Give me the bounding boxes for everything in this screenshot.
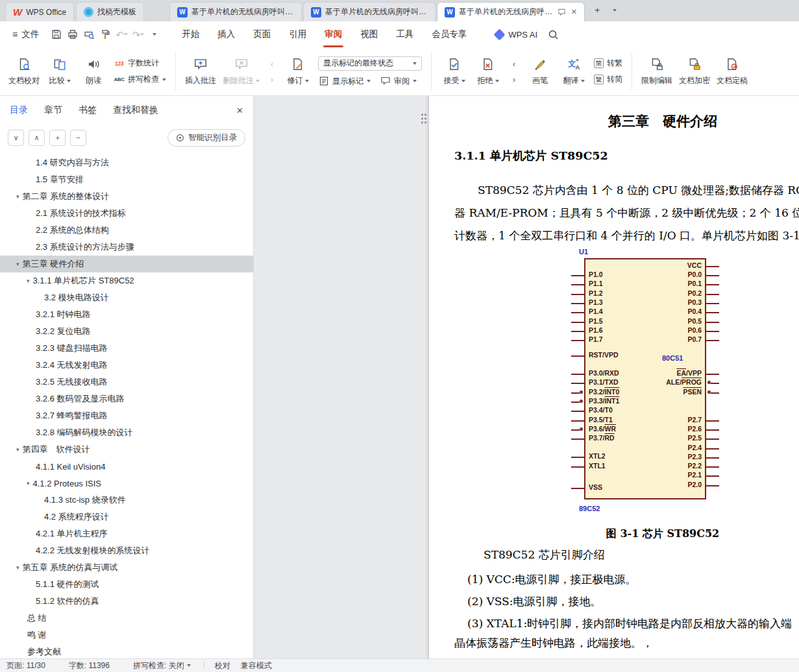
collapse-arrow-icon[interactable]: ▾ bbox=[16, 446, 19, 453]
outline-item[interactable]: 2.3 系统设计的方法与步骤 bbox=[0, 239, 253, 256]
zoom-in-outline-button[interactable]: ＋ bbox=[49, 130, 66, 146]
close-tab-icon[interactable]: ✕ bbox=[571, 8, 577, 16]
document-tab[interactable]: W基于单片机的无线病房呼叫系...✕ bbox=[437, 2, 585, 21]
read-aloud-button[interactable]: 朗读 bbox=[77, 51, 110, 92]
document-tab[interactable]: W基于单片机的无线病房呼叫系统设计 bbox=[303, 2, 436, 21]
tab-list-dropdown[interactable] bbox=[606, 2, 623, 19]
print-preview-button[interactable] bbox=[81, 26, 97, 43]
collapse-arrow-icon[interactable]: ▾ bbox=[16, 193, 19, 200]
collapse-arrow-icon[interactable]: ▾ bbox=[16, 564, 19, 571]
chip-figure[interactable]: U1 80C51 P1.0P1.1P1.2P1.3P1.4P1.5P1.6P1.… bbox=[570, 246, 723, 519]
outline-item[interactable]: 参考文献 bbox=[0, 643, 253, 658]
menu-item-页面[interactable]: 页面 bbox=[244, 21, 280, 47]
word-count-button[interactable]: 123 字数统计 bbox=[114, 58, 166, 69]
outline-item[interactable]: 3.2.5 无线接收电路 bbox=[0, 374, 253, 390]
spellcheck-indicator[interactable]: 拼写检查: 关闭 bbox=[133, 660, 191, 671]
outline-item[interactable]: 3.2.6 数码管及显示电路 bbox=[0, 390, 253, 407]
file-menu-button[interactable]: ≡ 文件 bbox=[6, 29, 45, 40]
smart-toc-button[interactable]: 智能识别目录 bbox=[167, 129, 245, 147]
outline-item[interactable]: 3.2.3 键盘扫描电路 bbox=[0, 340, 253, 357]
to-traditional-button[interactable]: 简 转繁 bbox=[594, 58, 622, 69]
wps-office-tab[interactable]: W WPS Office bbox=[5, 2, 74, 21]
outline-item[interactable]: ▾第三章 硬件介绍 bbox=[0, 256, 253, 272]
outline-item[interactable]: 总 结 bbox=[0, 610, 253, 627]
delete-comment-button[interactable]: 删除批注 bbox=[219, 51, 263, 92]
document-tab[interactable]: W基于单片机的无线病房呼叫系统设计 bbox=[169, 2, 302, 21]
previous-revision-button[interactable]: ‹ bbox=[507, 57, 521, 70]
outline-item[interactable]: 1.4 研究内容与方法 bbox=[0, 154, 253, 171]
save-button[interactable] bbox=[49, 26, 64, 43]
document-page[interactable]: 第三章 硬件介绍 3.1.1 单片机芯片 ST89C52 ST89C52 芯片内… bbox=[429, 96, 799, 658]
outline-item[interactable]: 5.1.2 软件的仿真 bbox=[0, 593, 253, 610]
show-markup-button[interactable]: 显示标记 bbox=[318, 76, 371, 87]
outline-item[interactable]: 4.2.2 无线发射模块的系统设计 bbox=[0, 542, 253, 559]
review-pane-button[interactable]: 审阅 bbox=[380, 76, 417, 87]
outline-item[interactable]: 4.1.3 stc-isp 烧录软件 bbox=[0, 492, 253, 509]
markup-state-combobox[interactable]: 显示标记的最终状态 bbox=[318, 56, 422, 71]
menu-item-开始[interactable]: 开始 bbox=[173, 21, 208, 47]
customize-toolbar-button[interactable] bbox=[147, 26, 162, 43]
menu-item-视图[interactable]: 视图 bbox=[351, 21, 387, 47]
collapse-arrow-icon[interactable]: ▾ bbox=[27, 278, 30, 284]
outline-item[interactable]: 2.1 系统设计的技术指标 bbox=[0, 205, 253, 222]
close-sidebar-icon[interactable]: ✕ bbox=[236, 106, 243, 115]
expand-all-button[interactable]: ∨ bbox=[8, 130, 24, 146]
format-painter-button[interactable] bbox=[97, 26, 113, 43]
outline-item[interactable]: 5.1.1 硬件的测试 bbox=[0, 576, 253, 593]
sidebar-tab-章节[interactable]: 章节 bbox=[44, 104, 62, 116]
outline-item[interactable]: 2.2 系统的总体结构 bbox=[0, 222, 253, 239]
template-tab[interactable]: 找稿壳模板 bbox=[76, 2, 144, 21]
outline-item[interactable]: ▾第二章 系统的整体设计 bbox=[0, 188, 253, 205]
outline-item[interactable]: 1.5 章节安排 bbox=[0, 171, 253, 188]
next-revision-button[interactable]: › bbox=[507, 73, 521, 86]
menu-item-引用[interactable]: 引用 bbox=[280, 21, 315, 47]
outline-item[interactable]: 4.1.1 Keil uVision4 bbox=[0, 458, 253, 475]
new-tab-button[interactable]: ＋ bbox=[589, 2, 606, 19]
outline-item[interactable]: 4.2.1 单片机主程序 bbox=[0, 525, 253, 542]
menu-item-审阅[interactable]: 审阅 bbox=[315, 21, 351, 47]
sidebar-tab-目录[interactable]: 目录 bbox=[10, 104, 28, 116]
insert-comment-button[interactable]: 插入批注 bbox=[182, 51, 219, 92]
track-changes-button[interactable]: 修订 bbox=[281, 51, 315, 92]
proofread-indicator[interactable]: 校对 bbox=[215, 660, 230, 671]
compat-mode-indicator[interactable]: 兼容模式 bbox=[241, 660, 272, 671]
sidebar-tab-书签[interactable]: 书签 bbox=[79, 104, 97, 116]
menu-item-插入[interactable]: 插入 bbox=[208, 21, 244, 47]
outline-item[interactable]: ▾4.1.2 Proteus ISIS bbox=[0, 475, 253, 492]
to-simplified-button[interactable]: 繁 转简 bbox=[594, 74, 622, 85]
wps-ai-button[interactable]: WPS AI bbox=[495, 30, 537, 40]
comment-bubble-icon[interactable] bbox=[558, 8, 566, 16]
finalize-doc-button[interactable]: 文档定稿 bbox=[713, 51, 751, 92]
translate-button[interactable]: 文A 翻译 bbox=[557, 51, 591, 92]
paragraph-drag-handle-icon[interactable] bbox=[420, 113, 428, 127]
search-button[interactable] bbox=[548, 29, 559, 40]
outline-item[interactable]: ▾3.1.1 单片机芯片 ST89C52 bbox=[0, 272, 253, 289]
doc-proofread-button[interactable]: 文档校对 bbox=[5, 51, 43, 92]
collapse-arrow-icon[interactable]: ▾ bbox=[27, 480, 30, 486]
next-comment-button[interactable]: › bbox=[265, 73, 279, 86]
encrypt-doc-button[interactable]: 文档加密 bbox=[676, 51, 713, 92]
ink-brush-button[interactable]: 画笔 bbox=[523, 51, 557, 92]
outline-item[interactable]: 3.2.8 编码解码模块的设计 bbox=[0, 424, 253, 441]
outline-item[interactable]: ▾第五章 系统的仿真与调试 bbox=[0, 559, 253, 576]
outline-item[interactable]: 3.2.1 时钟电路 bbox=[0, 306, 253, 323]
spell-check-button[interactable]: ABC 拼写检查 bbox=[114, 74, 166, 85]
undo-button[interactable]: ↶ bbox=[114, 26, 130, 43]
redo-button[interactable]: ↷ bbox=[130, 26, 147, 43]
menu-item-会员专享[interactable]: 会员专享 bbox=[423, 21, 476, 47]
reject-button[interactable]: 拒绝 bbox=[471, 51, 505, 92]
outline-item[interactable]: 3.2.7 蜂鸣警报电路 bbox=[0, 407, 253, 424]
print-button[interactable] bbox=[65, 26, 80, 43]
menu-item-工具[interactable]: 工具 bbox=[387, 21, 423, 47]
accept-button[interactable]: 接受 bbox=[437, 51, 471, 92]
outline-item[interactable]: 3.2.4 无线发射电路 bbox=[0, 357, 253, 374]
zoom-out-outline-button[interactable]: − bbox=[70, 130, 86, 146]
outline-item[interactable]: 4.2 系统程序设计 bbox=[0, 509, 253, 525]
word-count-indicator[interactable]: 字数: 11396 bbox=[69, 660, 110, 671]
sidebar-tab-查找和替换[interactable]: 查找和替换 bbox=[113, 104, 158, 116]
compare-button[interactable]: 比较 bbox=[43, 51, 77, 92]
outline-item[interactable]: 3.2.2 复位电路 bbox=[0, 323, 253, 340]
collapse-all-button[interactable]: ∧ bbox=[29, 130, 45, 146]
page-indicator[interactable]: 页面: 11/30 bbox=[6, 660, 45, 671]
previous-comment-button[interactable]: ‹ bbox=[265, 57, 279, 70]
